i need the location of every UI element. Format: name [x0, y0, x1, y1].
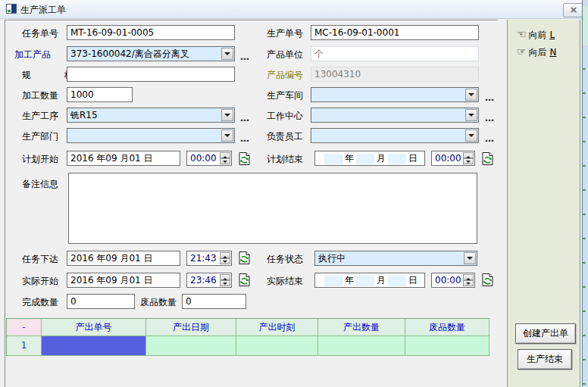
- background-grid-lines: [583, 45, 586, 387]
- time-spinner[interactable]: [220, 274, 230, 286]
- cell-output-date[interactable]: [146, 336, 236, 356]
- hand-right-icon: ☞: [517, 45, 527, 58]
- spec-input[interactable]: [67, 67, 235, 82]
- plan-start-date[interactable]: 2016 年09 月01 日: [67, 151, 180, 166]
- spin-down-icon[interactable]: [220, 158, 230, 164]
- spin-down-icon[interactable]: [463, 158, 474, 164]
- center-browse-button[interactable]: …: [485, 114, 496, 123]
- time-spinner[interactable]: [220, 152, 230, 164]
- time-value: 00:00: [435, 153, 461, 164]
- employee-combobox[interactable]: [311, 128, 479, 143]
- unit-field: 个: [311, 46, 479, 61]
- actual-end-refresh-button[interactable]: [481, 273, 494, 287]
- process-browse-button[interactable]: …: [240, 114, 251, 123]
- qty-input[interactable]: 1000: [67, 87, 133, 102]
- remark-textarea[interactable]: [68, 173, 477, 244]
- prod-no-input[interactable]: MC-16-09-01-0001: [311, 25, 479, 40]
- date-segment: [324, 154, 342, 164]
- date-segment: [356, 154, 374, 164]
- dept-label: 生产部门: [22, 131, 58, 142]
- plan-end-date[interactable]: 年月日: [314, 151, 425, 166]
- window-title: 生产派工单: [20, 4, 66, 17]
- nav-previous[interactable]: ☜向前 L: [517, 28, 555, 41]
- time-value: 00:00: [190, 153, 217, 164]
- date-segment: [388, 154, 406, 164]
- col-header-output-no[interactable]: 产出单号: [42, 319, 146, 336]
- actual-end-date[interactable]: 年月日: [314, 273, 425, 288]
- window-icon-detail: [8, 10, 11, 12]
- row-number-cell[interactable]: 1: [7, 336, 42, 356]
- nav-previous-label: 向前: [529, 30, 550, 40]
- product-combobox[interactable]: 373-1600042/离合器分离叉: [67, 46, 235, 61]
- finish-production-button[interactable]: 生产结束: [518, 349, 572, 370]
- output-table: - 产出单号 产出日期 产出时刻 产出数量 废品数量 1: [6, 318, 489, 356]
- done-qty-input[interactable]: 0: [67, 294, 135, 309]
- table-corner-cell[interactable]: -: [7, 319, 42, 336]
- process-combobox[interactable]: 铣R15: [67, 108, 235, 123]
- cell-output-time[interactable]: [236, 336, 318, 356]
- remark-label: 备注信息: [22, 179, 58, 189]
- workshop-combobox[interactable]: [311, 87, 479, 102]
- spin-up-icon[interactable]: [463, 274, 474, 280]
- plan-end-label: 计划结束: [267, 154, 303, 164]
- spin-down-icon[interactable]: [220, 280, 230, 286]
- cell-scrap-qty[interactable]: [405, 336, 489, 356]
- chevron-down-icon[interactable]: [221, 109, 233, 121]
- cell-output-qty[interactable]: [318, 336, 405, 356]
- cell-output-no-selected[interactable]: [42, 336, 146, 356]
- titlebar: 生产派工单 ×: [0, 0, 588, 19]
- dept-combobox[interactable]: [67, 128, 235, 143]
- close-button[interactable]: ×: [563, 3, 584, 17]
- work-center-combobox[interactable]: [311, 108, 479, 123]
- product-label: 加工产品: [14, 49, 51, 60]
- chevron-down-icon[interactable]: [221, 130, 233, 142]
- chevron-down-icon[interactable]: [221, 48, 233, 60]
- spin-down-icon[interactable]: [463, 280, 474, 286]
- plan-end-refresh-button[interactable]: [481, 151, 494, 166]
- chevron-down-icon[interactable]: [465, 109, 477, 121]
- workshop-browse-button[interactable]: …: [485, 93, 496, 102]
- issued-refresh-button[interactable]: [238, 251, 251, 265]
- time-spinner[interactable]: [220, 252, 230, 264]
- task-no-input[interactable]: MT-16-09-01-0005: [67, 25, 235, 40]
- refresh-icon: [481, 151, 494, 166]
- status-combobox[interactable]: 执行中: [314, 251, 477, 266]
- product-browse-button[interactable]: …: [240, 52, 251, 61]
- employee-browse-button[interactable]: …: [485, 134, 496, 143]
- plan-end-time[interactable]: 00:00: [431, 151, 475, 166]
- actual-start-refresh-button[interactable]: [238, 273, 251, 287]
- table-row: 1: [7, 336, 489, 356]
- col-header-output-time[interactable]: 产出时刻: [236, 319, 318, 336]
- col-header-scrap-qty[interactable]: 废品数量: [405, 319, 489, 336]
- actual-start-time[interactable]: 23:46: [186, 273, 232, 288]
- spin-up-icon[interactable]: [220, 252, 230, 258]
- spin-up-icon[interactable]: [463, 152, 474, 158]
- workshop-label: 生产车间: [267, 90, 303, 101]
- spin-up-icon[interactable]: [220, 274, 230, 280]
- actual-end-time[interactable]: 00:00: [431, 273, 475, 288]
- chevron-down-icon[interactable]: [465, 89, 477, 101]
- chevron-down-icon[interactable]: [464, 252, 476, 264]
- code-field: 13004310: [311, 67, 479, 82]
- issued-time[interactable]: 21:43: [186, 251, 232, 266]
- col-header-output-date[interactable]: 产出日期: [146, 319, 236, 336]
- frame-line: [5, 20, 498, 21]
- nav-next[interactable]: ☞向后 N: [517, 45, 556, 58]
- spin-up-icon[interactable]: [220, 152, 230, 158]
- window-icon: [6, 4, 17, 14]
- month-char: 月: [377, 153, 386, 164]
- year-char: 年: [345, 275, 354, 286]
- chevron-down-icon[interactable]: [465, 130, 477, 142]
- plan-start-refresh-button[interactable]: [238, 151, 251, 166]
- time-spinner[interactable]: [463, 152, 474, 164]
- dept-browse-button[interactable]: …: [240, 134, 251, 143]
- time-spinner[interactable]: [463, 274, 474, 286]
- col-header-output-qty[interactable]: 产出数量: [318, 319, 405, 336]
- plan-start-time[interactable]: 00:00: [186, 151, 232, 166]
- actual-start-label: 实际开始: [22, 276, 58, 286]
- spin-down-icon[interactable]: [220, 258, 230, 264]
- create-output-button[interactable]: 创建产出单: [515, 323, 576, 344]
- issued-date[interactable]: 2016 年09 月01 日: [67, 251, 180, 266]
- scrap-qty-input[interactable]: 0: [182, 294, 246, 309]
- actual-start-date[interactable]: 2016 年09 月01 日: [67, 273, 180, 288]
